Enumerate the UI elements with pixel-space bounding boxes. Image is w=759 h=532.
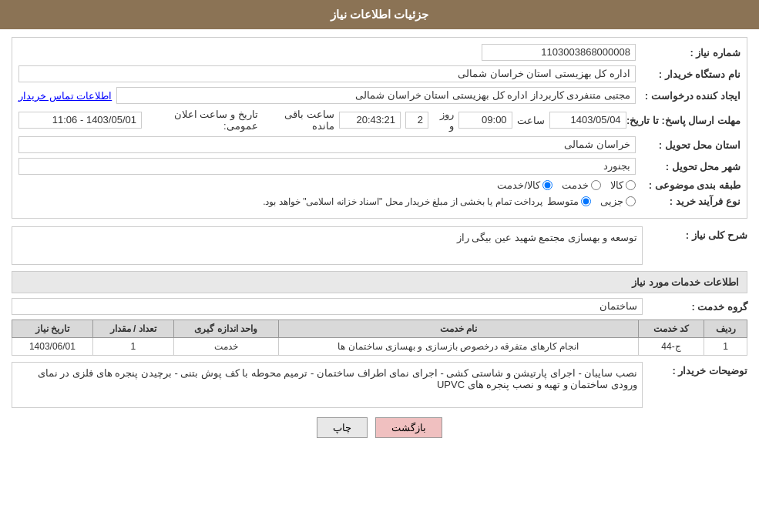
buyer-org-value: اداره کل بهزیستی استان خراسان شمالی: [18, 65, 636, 82]
need-number-label: شماره نیاز :: [640, 47, 741, 59]
purchase-note: پرداخت تمام یا بخشی از مبلغ خریدار محل "…: [263, 196, 542, 207]
services-table: ردیف کد خدمت نام خدمت واحد اندازه گیری ت…: [12, 320, 747, 356]
table-row: 1ج-44انجام کارهای متفرقه درخصوص بازسازی …: [12, 338, 747, 356]
table-cell-qty: 1: [92, 338, 173, 356]
deadline-remaining-label: ساعت باقی مانده: [263, 109, 334, 132]
deadline-days-value: 2: [405, 112, 428, 129]
purchase-type-row: نوع فرآیند خرید : جزیی متوسط پرداخت تمام…: [18, 196, 741, 207]
buyer-notes-label: توضیحات خریدار :: [647, 362, 747, 376]
page-header: جزئیات اطلاعات نیاز: [0, 0, 759, 29]
col-unit: واحد اندازه گیری: [173, 320, 278, 338]
deadline-remaining-value: 20:43:21: [339, 112, 401, 129]
purchase-option-jozi[interactable]: جزیی: [600, 196, 636, 207]
category-radio-kala[interactable]: [626, 180, 636, 190]
category-label-kala: کالا: [610, 179, 623, 191]
purchase-option-motavasset[interactable]: متوسط: [547, 196, 591, 207]
category-row: طبقه بندی موضوعی : کالا خدمت کالا/خدمت: [18, 179, 741, 191]
category-label-kala-khedmat: کالا/خدمت: [497, 179, 540, 191]
services-title: اطلاعات خدمات مورد نیاز: [12, 271, 747, 293]
city-label: شهر محل تحویل :: [640, 161, 741, 172]
back-button[interactable]: بازگشت: [375, 417, 442, 438]
buyer-org-row: نام دستگاه خریدار : اداره کل بهزیستی است…: [18, 65, 741, 82]
purchase-radio-motavasset[interactable]: [581, 196, 591, 206]
category-option-kala[interactable]: کالا: [610, 179, 636, 191]
deadline-label: مهلت ارسال پاسخ: تا تاریخ:: [631, 115, 741, 126]
deadline-time-value: 09:00: [458, 112, 512, 129]
deadline-row: مهلت ارسال پاسخ: تا تاریخ: 1403/05/04 سا…: [18, 109, 741, 132]
category-radio-khedmat[interactable]: [591, 180, 601, 190]
buyer-org-label: نام دستگاه خریدار :: [640, 69, 741, 80]
announce-date-label: تاریخ و ساعت اعلان عمومی:: [146, 109, 258, 132]
requester-value: مجتبی متنفردی کاربرداز اداره کل بهزیستی …: [116, 87, 636, 104]
print-button[interactable]: چاپ: [317, 417, 368, 438]
table-cell-row: 1: [704, 338, 747, 356]
need-number-value: 1103003868000008: [482, 44, 636, 61]
purchase-radio-jozi[interactable]: [626, 196, 636, 206]
col-date: تاریخ نیاز: [12, 320, 93, 338]
buyer-notes-row: توضیحات خریدار : نصب سایبان - اجرای پارت…: [12, 362, 747, 408]
service-group-label: گروه خدمت :: [647, 301, 747, 313]
purchase-type-label: نوع فرآیند خرید :: [640, 196, 741, 207]
requester-row: ایجاد کننده درخواست : مجتبی متنفردی کارب…: [18, 87, 741, 104]
contact-link[interactable]: اطلاعات تماس خریدار: [18, 90, 112, 102]
table-cell-date: 1403/06/01: [12, 338, 93, 356]
description-label: شرح کلی نیاز :: [647, 226, 747, 241]
buyer-notes-value: نصب سایبان - اجرای پارتیشن و شاستی کشی -…: [12, 362, 643, 408]
city-value: بجنورد: [18, 158, 636, 175]
services-section: اطلاعات خدمات مورد نیاز گروه خدمت : ساخت…: [12, 271, 747, 356]
description-value: توسعه و بهسازی مجتمع شهید عین بیگی راز: [12, 226, 643, 265]
deadline-time-label: ساعت: [517, 115, 545, 126]
province-row: استان محل تحویل : خراسان شمالی: [18, 136, 741, 153]
table-cell-name: انجام کارهای متفرقه درخصوص بازسازی و بهس…: [278, 338, 638, 356]
purchase-label-motavasset: متوسط: [547, 196, 579, 207]
requester-label: ایجاد کننده درخواست :: [640, 90, 741, 102]
col-name: نام خدمت: [278, 320, 638, 338]
service-group-value: ساختمان: [12, 298, 643, 315]
category-label: طبقه بندی موضوعی :: [640, 179, 741, 191]
table-cell-code: ج-44: [638, 338, 704, 356]
announce-date-value: 1403/05/01 - 11:06: [18, 112, 142, 129]
category-option-kala-khedmat[interactable]: کالا/خدمت: [497, 179, 552, 191]
page-title: جزئیات اطلاعات نیاز: [331, 8, 428, 21]
main-info-section: شماره نیاز : 1103003868000008 نام دستگاه…: [12, 37, 747, 219]
purchase-radio-group: جزیی متوسط: [547, 196, 636, 207]
category-radio-kala-khedmat[interactable]: [542, 180, 552, 190]
province-value: خراسان شمالی: [18, 136, 636, 153]
col-code: کد خدمت: [638, 320, 704, 338]
category-option-khedmat[interactable]: خدمت: [562, 179, 601, 191]
col-row: ردیف: [704, 320, 747, 338]
category-radio-group: کالا خدمت کالا/خدمت: [497, 179, 636, 191]
description-row: شرح کلی نیاز : توسعه و بهسازی مجتمع شهید…: [12, 226, 747, 265]
purchase-label-jozi: جزیی: [600, 196, 623, 207]
deadline-days-label: روز و: [433, 109, 454, 132]
deadline-date-value: 1403/05/04: [549, 112, 626, 129]
category-label-khedmat: خدمت: [562, 179, 589, 191]
table-body: 1ج-44انجام کارهای متفرقه درخصوص بازسازی …: [12, 338, 747, 356]
need-number-row: شماره نیاز : 1103003868000008: [18, 44, 741, 61]
table-cell-unit: خدمت: [173, 338, 278, 356]
city-row: شهر محل تحویل : بجنورد: [18, 158, 741, 175]
province-label: استان محل تحویل :: [640, 139, 741, 151]
buttons-row: بازگشت چاپ: [12, 417, 747, 438]
table-header: ردیف کد خدمت نام خدمت واحد اندازه گیری ت…: [12, 320, 747, 338]
col-qty: تعداد / مقدار: [92, 320, 173, 338]
service-group-row: گروه خدمت : ساختمان: [12, 298, 747, 315]
